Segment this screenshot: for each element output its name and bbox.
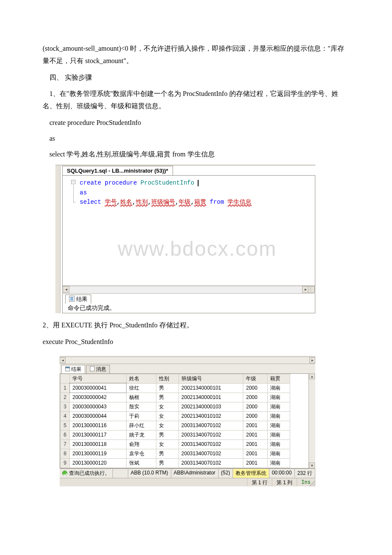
cell-class[interactable]: 20021340000101 <box>179 383 243 393</box>
scroll-down-icon[interactable]: ▾ <box>309 462 315 468</box>
cell-place[interactable]: 湖南 <box>268 458 290 468</box>
table-row[interactable]: 3200030000043殷实女200213400001032000湖南 <box>61 402 290 411</box>
cell-sex[interactable]: 男 <box>156 458 179 468</box>
table-row[interactable]: 5200130000116薛小红女200313400701022001湖南 <box>61 421 290 430</box>
editor-gutter <box>55 166 61 313</box>
cell-name[interactable]: 于莉 <box>126 411 156 421</box>
scroll-up-icon[interactable]: ▴ <box>309 373 315 379</box>
editor-tab[interactable]: SQLQuery1.sql - LB...ministrator (53))* <box>62 166 173 175</box>
cell-name[interactable]: 杨根 <box>126 393 156 402</box>
row-number: 9 <box>61 458 70 468</box>
cell-class[interactable]: 20031340070102 <box>179 421 243 430</box>
cell-id[interactable]: 200130000117 <box>70 430 127 439</box>
cell-grade[interactable]: 2001 <box>243 421 268 430</box>
cell-sex[interactable]: 女 <box>156 402 179 411</box>
cell-grade[interactable]: 2000 <box>243 402 268 411</box>
cell-class[interactable]: 20021340010102 <box>179 411 243 421</box>
cell-class[interactable]: 20031340070102 <box>179 458 243 468</box>
cell-id[interactable]: 200130000119 <box>70 449 127 458</box>
table-row[interactable]: 1200030000041徐红男200213400001012000湖南 <box>61 383 290 393</box>
row-number: 8 <box>61 449 70 458</box>
grid-vscrollbar[interactable]: ▴ ▾ <box>308 373 315 468</box>
code-execute: execute Proc_StudentInfo <box>43 336 349 348</box>
cell-grade[interactable]: 2000 <box>243 383 268 393</box>
cell-id[interactable]: 200130000116 <box>70 421 127 430</box>
scroll-handle-icon[interactable]: ⋮⋮ <box>308 286 315 293</box>
table-row[interactable]: 9200130000120张斌男200313400701022001湖南 <box>61 458 290 468</box>
table-row[interactable]: 4200030000044于莉女200213400101022000湖南 <box>61 411 290 421</box>
cell-place[interactable]: 湖南 <box>268 421 290 430</box>
cell-class[interactable]: 20021340000101 <box>179 393 243 402</box>
cell-name[interactable]: 薛小红 <box>126 421 156 430</box>
scroll-right-icon[interactable]: ▸ <box>309 357 315 363</box>
cell-place[interactable]: 湖南 <box>268 402 290 411</box>
editor-hscrollbar[interactable]: ◂ ▸ ⋮⋮ <box>62 286 315 294</box>
cell-name[interactable]: 殷实 <box>126 402 156 411</box>
watermark-text: www.bdocx.com <box>80 233 315 266</box>
cell-name[interactable]: 袁学仓 <box>126 449 156 458</box>
cell-class[interactable]: 20031340070102 <box>179 449 243 458</box>
outline-bar <box>73 185 74 202</box>
results-tab[interactable]: 结果 <box>61 365 85 373</box>
cell-id[interactable]: 200030000041 <box>70 383 127 393</box>
cell-grade[interactable]: 2000 <box>243 411 268 421</box>
cell-place[interactable]: 湖南 <box>268 393 290 402</box>
outline-toggle-icon[interactable]: − <box>71 180 75 184</box>
result-tab[interactable]: 结果 <box>65 295 91 304</box>
cell-grade[interactable]: 2001 <box>243 449 268 458</box>
cell-sex[interactable]: 女 <box>156 421 179 430</box>
table-row[interactable]: 6200130000117姚子龙男200313400701022001湖南 <box>61 430 290 439</box>
cell-place[interactable]: 湖南 <box>268 449 290 458</box>
cell-name[interactable]: 徐红 <box>126 383 156 393</box>
scroll-left-icon[interactable]: ◂ <box>63 286 69 293</box>
cell-sex[interactable]: 男 <box>156 430 179 439</box>
cell-sex[interactable]: 女 <box>156 411 179 421</box>
col-header-grade[interactable]: 年级 <box>243 374 268 383</box>
col-header-class[interactable]: 班级编号 <box>179 374 243 383</box>
table-row[interactable]: 2200030000042杨根男200213400001012000湖南 <box>61 393 290 402</box>
cell-id[interactable]: 200030000044 <box>70 411 127 421</box>
cell-sex[interactable]: 男 <box>156 393 179 402</box>
cell-sex[interactable]: 男 <box>156 449 179 458</box>
cell-id[interactable]: 200130000120 <box>70 458 127 468</box>
results-grid[interactable]: 学号 姓名 性别 班级编号 年级 籍贯 1200030000041徐红男2002… <box>60 373 315 468</box>
cell-place[interactable]: 湖南 <box>268 430 290 439</box>
sql-editor-area[interactable]: − create procedure ProcStudentInfo as se… <box>62 175 315 286</box>
cell-sex[interactable]: 女 <box>156 439 179 449</box>
status-bar-query: 查询已成功执行。 ABB (10.0 RTM) ABB\Administrato… <box>60 468 315 478</box>
col-header-place[interactable]: 籍贯 <box>268 374 290 383</box>
scroll-left-icon[interactable]: ◂ <box>60 357 66 363</box>
row-number: 6 <box>61 430 70 439</box>
col-header-id[interactable]: 学号 <box>70 374 127 383</box>
cell-id[interactable]: 200130000118 <box>70 439 127 449</box>
cell-place[interactable]: 湖南 <box>268 411 290 421</box>
cell-grade[interactable]: 2001 <box>243 458 268 468</box>
messages-tab[interactable]: 消息 <box>86 365 110 373</box>
col-header-name[interactable]: 姓名 <box>126 374 156 383</box>
top-scrollbar[interactable]: ◂ ▸ <box>60 357 315 364</box>
cell-grade[interactable]: 2001 <box>243 439 268 449</box>
cell-grade[interactable]: 2001 <box>243 430 268 439</box>
cell-name[interactable]: 姚子龙 <box>126 430 156 439</box>
rownum-header <box>61 374 70 383</box>
cell-place[interactable]: 湖南 <box>268 383 290 393</box>
cell-class[interactable]: 20031340070102 <box>179 430 243 439</box>
cell-place[interactable]: 湖南 <box>268 439 290 449</box>
cell-grade[interactable]: 2000 <box>243 393 268 402</box>
cell-name[interactable]: 俞翔 <box>126 439 156 449</box>
cell-id[interactable]: 200030000042 <box>70 393 127 402</box>
text-caret <box>198 180 199 186</box>
keyword-from: from <box>210 199 224 205</box>
cell-name[interactable]: 张斌 <box>126 458 156 468</box>
resize-grip-icon[interactable] <box>309 480 315 486</box>
table-row[interactable]: 8200130000119袁学仓男200313400701022001湖南 <box>61 449 290 458</box>
check-icon <box>62 471 67 476</box>
row-number: 7 <box>61 439 70 449</box>
keyword-create-procedure: create procedure <box>80 179 137 186</box>
cell-sex[interactable]: 男 <box>156 383 179 393</box>
cell-class[interactable]: 20021340000103 <box>179 402 243 411</box>
table-row[interactable]: 7200130000118俞翔女200313400701022001湖南 <box>61 439 290 449</box>
cell-class[interactable]: 20031340070102 <box>179 439 243 449</box>
col-header-sex[interactable]: 性别 <box>156 374 179 383</box>
cell-id[interactable]: 200030000043 <box>70 402 127 411</box>
